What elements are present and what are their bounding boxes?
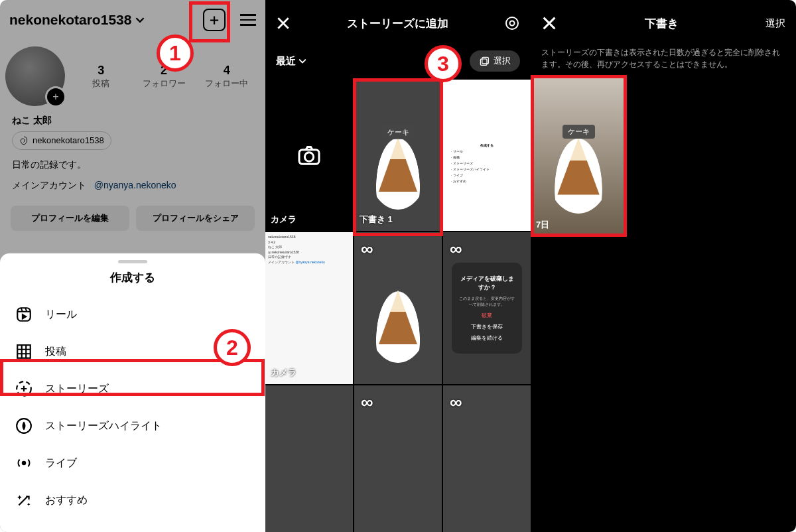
svg-rect-1 xyxy=(17,345,31,358)
tutorial-box-1 xyxy=(189,1,230,42)
camera-cell[interactable]: カメラ xyxy=(265,80,353,231)
select-action[interactable]: 選択 xyxy=(765,17,785,30)
sheet-item-label: 投稿 xyxy=(45,345,66,359)
sheet-item-reel[interactable]: リール xyxy=(0,296,265,333)
close-icon xyxy=(276,16,291,31)
sheet-item-label: ストーリーズハイライト xyxy=(45,419,162,433)
sheet-item-recommend[interactable]: おすすめ xyxy=(0,482,265,519)
svg-rect-8 xyxy=(482,57,489,64)
panel-profile: nekonekotaro1538 ＋ 3投稿 2フォロワー 4フォロー中 ねこ … xyxy=(0,0,265,532)
cell-label: カメラ xyxy=(271,214,297,226)
svg-rect-0 xyxy=(17,308,31,321)
svg-point-6 xyxy=(510,21,515,26)
gallery-cell[interactable]: ∞ メディアを破棄しますか？ このまま戻ると、変更内容がすべて削除されます。 破… xyxy=(443,232,531,383)
tutorial-box-3b xyxy=(531,75,627,237)
gallery-cell[interactable]: ∞ xyxy=(354,385,442,532)
sheet-item-label: ライブ xyxy=(45,456,77,470)
sheet-item-live[interactable]: ライブ xyxy=(0,444,265,482)
sheet-item-label: おすすめ xyxy=(45,494,88,507)
title: ストーリーズに追加 xyxy=(347,16,448,31)
gallery-cell[interactable]: ∞ xyxy=(443,385,531,532)
title: 下書き xyxy=(645,16,679,31)
reel-icon xyxy=(15,305,33,324)
tutorial-number-3: 3 xyxy=(425,45,462,82)
gallery-cell[interactable]: ∞ xyxy=(354,232,442,383)
multi-select-icon xyxy=(479,56,490,66)
tutorial-number-1: 1 xyxy=(157,34,194,72)
camera-icon xyxy=(296,142,322,168)
draft-description: ストーリーズの下書きは表示された日数が過ぎると完全に削除されます。その後、再びア… xyxy=(531,46,796,77)
grid-icon xyxy=(15,342,33,361)
svg-point-10 xyxy=(304,153,313,161)
album-switcher[interactable]: 最近 xyxy=(276,55,306,68)
close-button[interactable] xyxy=(276,16,291,31)
sheet-handle[interactable] xyxy=(118,260,147,263)
highlight-icon xyxy=(15,417,33,435)
sheet-item-highlight[interactable]: ストーリーズハイライト xyxy=(0,407,265,444)
select-button[interactable]: 選択 xyxy=(470,50,520,72)
tutorial-box-3a xyxy=(353,78,443,236)
gallery-cell[interactable]: nekonekotaro15383 4 2ねこ 太郎◎ nekonekotaro… xyxy=(265,232,353,383)
live-icon xyxy=(15,454,33,472)
cell-label: カメラ xyxy=(271,367,297,379)
close-icon xyxy=(541,15,557,31)
tutorial-number-2: 2 xyxy=(214,329,251,366)
settings-button[interactable] xyxy=(504,15,520,31)
gallery-cell[interactable] xyxy=(265,385,353,532)
gallery-cell[interactable]: 作成する · リール· 投稿· ストーリーズ· ストーリーズハイライト· ライブ… xyxy=(443,80,531,231)
chevron-down-icon xyxy=(298,57,306,65)
discard-dialog: メディアを破棄しますか？ このまま戻ると、変更内容がすべて削除されます。 破棄 … xyxy=(452,263,522,354)
svg-point-4 xyxy=(22,461,27,466)
wand-icon xyxy=(15,491,33,509)
svg-rect-7 xyxy=(480,59,487,66)
sheet-title: 作成する xyxy=(0,270,265,285)
close-button[interactable] xyxy=(541,15,557,31)
svg-point-5 xyxy=(506,17,518,29)
sheet-item-label: リール xyxy=(45,308,77,322)
gear-icon xyxy=(504,15,520,31)
